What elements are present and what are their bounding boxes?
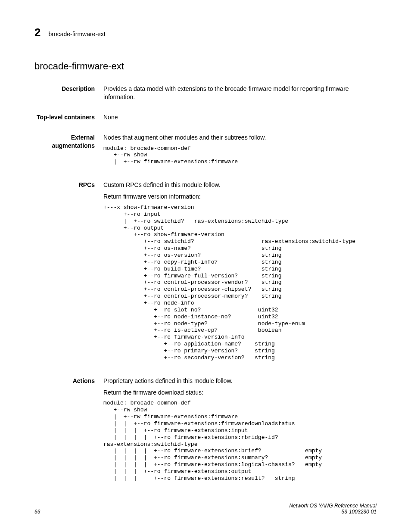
augmentations-intro: Nodes that augment other modules and the… bbox=[103, 134, 377, 142]
page-number: 66 bbox=[34, 509, 40, 515]
actions-label: Actions bbox=[34, 377, 103, 489]
actions-sub: Return the firmware download status: bbox=[103, 389, 377, 397]
actions-code: module: brocade-common-def +--rw show | … bbox=[103, 400, 377, 482]
augmentations-code: module: brocade-common-def +--rw show | … bbox=[103, 145, 377, 166]
manual-title: Network OS YANG Reference Manual bbox=[289, 503, 377, 509]
description-text: Provides a data model with extensions to… bbox=[103, 85, 377, 101]
doc-number: 53-1003230-01 bbox=[289, 509, 377, 515]
rpcs-sub: Return firmware version information: bbox=[103, 193, 377, 201]
page-header: 2 brocade-firmware-ext bbox=[34, 26, 377, 39]
description-label: Description bbox=[34, 85, 103, 105]
rpcs-label: RPCs bbox=[34, 181, 103, 368]
containers-text: None bbox=[103, 113, 377, 121]
rpcs-code: +---x show-firmware-version +--ro input … bbox=[103, 204, 377, 361]
section-title: brocade-firmware-ext bbox=[34, 61, 377, 72]
page-footer: 66 Network OS YANG Reference Manual 53-1… bbox=[34, 503, 377, 515]
chapter-number: 2 bbox=[34, 26, 40, 39]
containers-label: Top-level containers bbox=[34, 113, 103, 125]
rpcs-intro: Custom RPCs defined in this module follo… bbox=[103, 181, 377, 189]
actions-intro: Proprietary actions defined in this modu… bbox=[103, 377, 377, 385]
augmentations-label: External augmentations bbox=[34, 134, 103, 172]
running-title: brocade-firmware-ext bbox=[48, 31, 105, 37]
